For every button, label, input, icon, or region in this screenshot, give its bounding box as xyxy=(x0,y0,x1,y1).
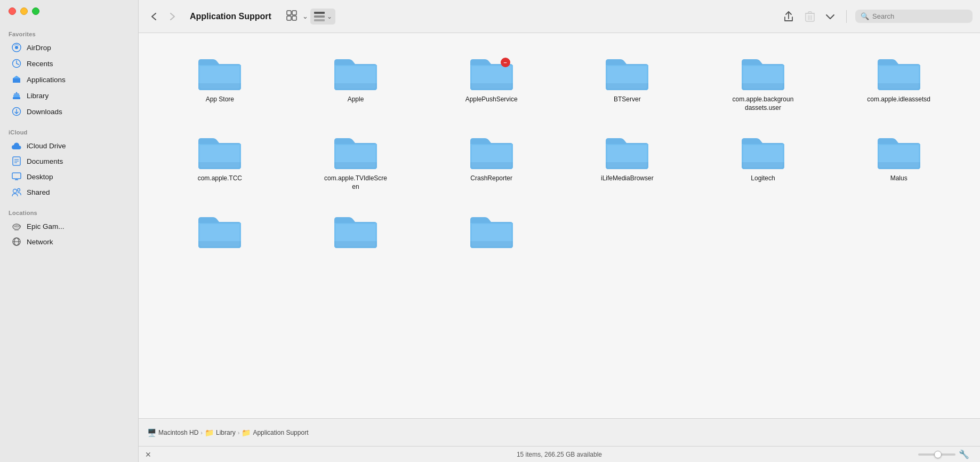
folder-icon-com-apple-tcc xyxy=(196,130,244,170)
file-item-com-apple-tvidlescreen[interactable]: com.apple.TVIdleScreen xyxy=(291,123,421,196)
folder-icon-app-store xyxy=(196,51,244,91)
sidebar-item-library[interactable]: Library xyxy=(3,88,135,103)
maximize-button[interactable] xyxy=(32,7,39,15)
file-item-ilifemediabrowser[interactable]: iLifeMediaBrowser xyxy=(562,123,693,196)
back-button[interactable] xyxy=(146,9,161,24)
search-input[interactable] xyxy=(872,12,967,20)
zoom-slider[interactable]: 🔧 xyxy=(918,449,969,459)
desktop-label: Desktop xyxy=(27,173,53,181)
share-button[interactable] xyxy=(780,8,797,25)
sidebar-item-applications[interactable]: Applications xyxy=(3,72,135,87)
sidebar-item-epic-gam[interactable]: HDD Epic Gam... xyxy=(3,219,135,234)
close-panel-button[interactable]: ✕ xyxy=(145,450,151,459)
main-content: Application Support ⌄ ⌄ 🔍 xyxy=(139,0,980,462)
svg-point-18 xyxy=(18,189,20,192)
recents-icon xyxy=(12,59,21,68)
locations-section-label: Locations xyxy=(0,205,138,218)
file-label-app-store: App Store xyxy=(206,95,234,104)
view-chevron[interactable]: ⌄ xyxy=(302,12,308,20)
sidebar-item-desktop[interactable]: Desktop xyxy=(3,169,135,184)
sidebar-item-icloud-drive[interactable]: iCloud Drive xyxy=(3,138,135,153)
badge-no-icon: – xyxy=(501,58,510,67)
svg-rect-5 xyxy=(13,97,20,99)
file-item-app-store[interactable]: App Store xyxy=(155,44,285,117)
epic-gam-label: Epic Gam... xyxy=(27,222,65,230)
favorites-section-label: Favorites xyxy=(0,27,138,39)
more-button[interactable] xyxy=(823,9,838,24)
file-item-btserver[interactable]: BTServer xyxy=(562,44,693,117)
file-label-crash-reporter: CrashReporter xyxy=(470,174,512,183)
sidebar-item-airdrop[interactable]: AirDrop xyxy=(3,40,135,55)
folder-icon-com-apple-tvidlescreen xyxy=(332,130,380,170)
slider-track[interactable] xyxy=(918,453,955,456)
close-button[interactable] xyxy=(9,7,16,15)
folder-icon-com-apple-bgassets xyxy=(739,51,787,91)
file-item-crash-reporter[interactable]: CrashReporter xyxy=(426,123,557,196)
file-label-apple-push-service: ApplePushService xyxy=(465,95,518,104)
downloads-label: Downloads xyxy=(27,108,62,116)
svg-rect-27 xyxy=(292,11,296,15)
network-label: Network xyxy=(27,238,53,246)
shared-icon xyxy=(12,187,21,197)
file-item-folder-15[interactable] xyxy=(426,202,557,259)
file-grid: App Store Apple –ApplePushService xyxy=(155,44,964,259)
svg-rect-32 xyxy=(314,19,325,21)
file-label-btserver: BTServer xyxy=(614,95,641,104)
file-label-apple: Apple xyxy=(348,95,364,104)
breadcrumb-bar: 🖥️ Macintosh HD › 📁 Library › 📁 Applicat… xyxy=(139,418,980,446)
sidebar-item-downloads[interactable]: Downloads xyxy=(3,104,135,119)
file-label-malus: Malus xyxy=(890,174,907,183)
applications-label: Applications xyxy=(27,76,66,84)
sidebar-item-documents[interactable]: Documents xyxy=(3,154,135,169)
svg-rect-30 xyxy=(314,12,325,14)
file-item-com-apple-idleassetsd[interactable]: com.apple.idleassetsd xyxy=(833,44,964,117)
file-label-com-apple-tcc: com.apple.TCC xyxy=(198,174,242,183)
applications-icon xyxy=(12,75,21,84)
file-item-com-apple-tcc[interactable]: com.apple.TCC xyxy=(155,123,285,196)
svg-rect-21 xyxy=(14,229,19,230)
file-item-logitech[interactable]: Logitech xyxy=(698,123,829,196)
slider-thumb[interactable] xyxy=(934,451,942,458)
airdrop-icon xyxy=(12,43,21,52)
delete-button[interactable] xyxy=(801,8,818,25)
network-icon xyxy=(12,237,21,246)
sidebar-item-network[interactable]: Network xyxy=(3,234,135,249)
breadcrumb-item-application-support[interactable]: 📁 Application Support xyxy=(242,428,308,437)
svg-rect-6 xyxy=(13,95,20,97)
file-item-apple[interactable]: Apple xyxy=(291,44,421,117)
folder-icon-ilifemediabrowser xyxy=(603,130,651,170)
bottom-bar: ✕ 15 items, 266.25 GB available 🔧 xyxy=(139,446,980,462)
file-area: App Store Apple –ApplePushService xyxy=(139,33,980,418)
svg-rect-31 xyxy=(314,15,325,18)
forward-button[interactable] xyxy=(165,9,180,24)
breadcrumb-item-macintosh-hd[interactable]: 🖥️ Macintosh HD xyxy=(147,428,198,437)
icloud-section-label: iCloud xyxy=(0,125,138,138)
file-item-folder-13[interactable] xyxy=(155,202,285,259)
svg-rect-35 xyxy=(808,12,812,13)
recents-label: Recents xyxy=(27,60,53,68)
file-item-com-apple-bgassets[interactable]: com.apple.backgroundassets.user xyxy=(698,44,829,117)
application-support-folder-icon: 📁 xyxy=(242,428,251,437)
group-view-button[interactable]: ⌄ xyxy=(310,9,335,25)
minimize-button[interactable] xyxy=(20,7,28,15)
file-item-folder-14[interactable] xyxy=(291,202,421,259)
folder-icon-folder-13 xyxy=(196,209,244,249)
breadcrumb-item-library[interactable]: 📁 Library xyxy=(205,428,236,437)
file-item-malus[interactable]: Malus xyxy=(833,123,964,196)
search-icon: 🔍 xyxy=(861,12,869,20)
sidebar-item-recents[interactable]: Recents xyxy=(3,56,135,71)
zoom-icon: 🔧 xyxy=(959,449,969,459)
icon-view-button[interactable] xyxy=(283,8,300,25)
svg-rect-28 xyxy=(287,16,291,20)
file-label-com-apple-tvidlescreen: com.apple.TVIdleScreen xyxy=(324,174,388,191)
svg-text:HDD: HDD xyxy=(14,225,21,228)
file-item-apple-push-service[interactable]: –ApplePushService xyxy=(426,44,557,117)
breadcrumb-sep-2: › xyxy=(238,429,240,436)
svg-point-1 xyxy=(15,46,18,49)
folder-icon-folder-15 xyxy=(468,209,516,249)
search-box[interactable]: 🔍 xyxy=(855,10,973,23)
folder-icon-logitech xyxy=(739,130,787,170)
desktop-icon xyxy=(12,172,21,181)
airdrop-label: AirDrop xyxy=(27,44,51,52)
sidebar-item-shared[interactable]: Shared xyxy=(3,185,135,200)
